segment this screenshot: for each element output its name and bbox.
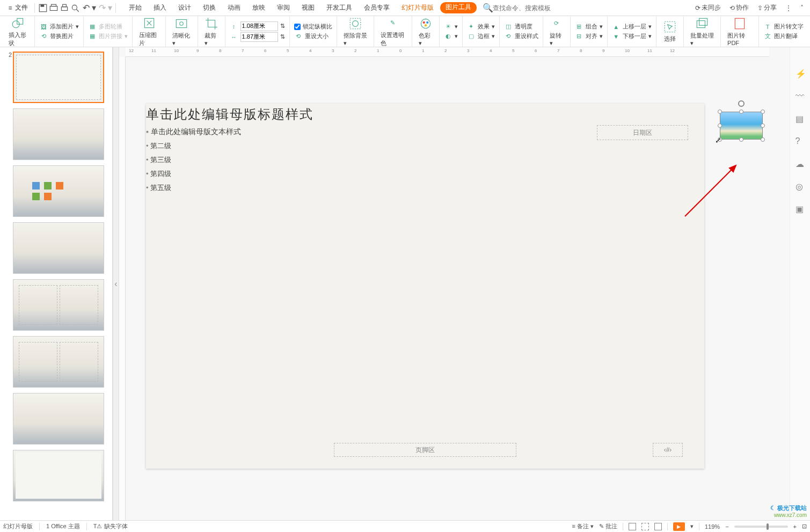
bookmark-icon[interactable]: ▣ [796,204,805,214]
sharpen-button[interactable]: 清晰化 ▾ [169,16,194,48]
collapse-ribbon[interactable]: ˄ [798,3,806,13]
thumb-8[interactable] [4,450,108,501]
fit-to-window-button[interactable]: ⊡ [802,523,807,530]
resize-handle-tr[interactable] [761,110,765,114]
rotation-handle[interactable] [738,100,745,107]
set-transparent-color-button[interactable]: ✎设置透明色 [377,15,408,48]
tab-developer[interactable]: 开发工具 [321,2,357,13]
sorter-view-icon[interactable] [641,523,649,530]
footer-placeholder[interactable]: 页脚区 [334,443,516,457]
picture-to-text-button[interactable]: T图片转文字 [762,22,805,32]
reading-view-icon[interactable] [654,523,662,530]
rocket-icon[interactable]: ⚡ [796,69,805,78]
status-missing-font[interactable]: T⚠ 缺失字体 [93,522,128,530]
batch-process-button[interactable]: 批量处理 ▾ [687,16,717,48]
brightness-button[interactable]: ☀▾ [443,22,459,32]
tab-picture-tools[interactable]: 图片工具 [440,2,477,13]
spinner-icon[interactable]: ⇅ [280,33,285,40]
tab-slide-master[interactable]: 幻灯片母版 [396,2,439,13]
sync-status[interactable]: ⟳未同步 [693,2,723,13]
print-preview-icon[interactable] [49,3,59,13]
tab-design[interactable]: 设计 [173,2,196,13]
thumb-2[interactable] [4,108,108,160]
contrast-button[interactable]: ◐▾ [443,32,459,41]
slideshow-play-button[interactable]: ▶ [673,522,685,531]
resize-handle-mr[interactable] [761,123,765,128]
slide-thumbnails-panel[interactable]: 2 [0,47,113,520]
tab-start[interactable]: 开始 [123,2,147,13]
slide-editing-area[interactable]: 1211109876543210123456789101112 单击此处编辑母版… [119,47,790,520]
search-input[interactable] [493,4,573,12]
zoom-out-button[interactable]: − [725,523,728,530]
cloud-icon[interactable]: ☁ [796,159,805,169]
undo-dropdown-icon[interactable]: ▾ [92,3,96,13]
inserted-picture-selected[interactable]: ⤢ [720,112,763,140]
file-menu[interactable]: ≡文件 [2,2,31,14]
comments-button[interactable]: ✎ 批注 [599,522,617,530]
compress-image-button[interactable]: 压缩图片 [136,15,162,48]
tab-transition[interactable]: 切换 [198,2,221,13]
notes-button[interactable]: ≡ 备注 ▾ [572,522,594,530]
reset-size-button[interactable]: ⟲重设大小 [293,31,333,41]
thumb-6[interactable] [4,336,108,388]
lock-checkbox[interactable] [294,24,301,30]
tab-view[interactable]: 视图 [296,2,320,13]
undo-icon[interactable]: ↶ [81,3,91,13]
thumb-3[interactable] [4,165,108,217]
slide-master-canvas[interactable]: 单击此处编辑母版标题样式 日期区 单击此处编辑母版文本样式 第二级 第三级 第四… [146,104,704,469]
command-search[interactable]: 🔍 [483,3,692,13]
tab-animation[interactable]: 动画 [222,2,246,13]
find-icon[interactable] [70,3,80,13]
status-theme[interactable]: 1 Office 主题 [46,522,80,530]
resize-handle-tl[interactable] [718,110,722,114]
normal-view-icon[interactable] [629,523,636,530]
slide-number-placeholder[interactable]: ‹#› [653,443,683,457]
status-master-view[interactable]: 幻灯片母版 [3,522,33,530]
thumb-7[interactable] [4,393,108,444]
group-button[interactable]: ⊞组合▾ [574,22,604,32]
add-image-button[interactable]: 🖼添加图片▾ [38,22,80,32]
panel-collapse-button[interactable]: ‹ [113,47,119,520]
play-dropdown-icon[interactable]: ▾ [690,523,694,530]
reset-style-button[interactable]: ⟲重设样式 [503,32,539,41]
settings-icon[interactable]: 〰 [796,91,805,101]
height-input[interactable] [240,21,278,31]
resize-handle-ml[interactable] [718,123,722,128]
thumb-4[interactable] [4,222,108,274]
resize-handle-br[interactable] [761,137,765,142]
collaborate-button[interactable]: ⟲协作 [727,2,751,13]
tab-review[interactable]: 审阅 [272,2,295,13]
remove-background-button[interactable]: 抠除背景 ▾ [340,16,370,48]
save-icon[interactable] [38,3,48,13]
replace-image-button[interactable]: ⟲替换图片 [38,32,80,41]
effects-button[interactable]: ✦效果▾ [466,22,496,32]
thumb-5[interactable] [4,279,108,331]
target-icon[interactable]: ◎ [796,181,805,191]
color-button[interactable]: 色彩 ▾ [415,16,436,48]
lock-aspect-checkbox[interactable]: 锁定纵横比 [293,22,333,31]
zoom-in-button[interactable]: + [793,523,797,530]
redo-dropdown-icon[interactable]: ▾ [108,3,112,13]
picture-to-pdf-button[interactable]: 图片转PDF [724,16,755,47]
insert-shape-button[interactable]: 插入形状 [5,15,31,48]
selection-pane-button[interactable]: 选择 [660,19,680,44]
tab-member[interactable]: 会员专享 [359,2,395,13]
tab-insert[interactable]: 插入 [148,2,172,13]
transparency-button[interactable]: ◫透明度 [503,22,539,32]
width-input[interactable] [240,32,278,42]
zoom-percentage[interactable]: 119% [705,523,720,530]
tab-slideshow[interactable]: 放映 [247,2,271,13]
rotate-button[interactable]: ⟳旋转 ▾ [546,16,567,48]
clipboard-icon[interactable]: ▤ [796,114,805,123]
redo-icon[interactable]: ↷ [97,3,107,13]
zoom-slider[interactable] [734,526,788,528]
share-button[interactable]: ⇪分享 [755,2,779,13]
align-button[interactable]: ⊟对齐▾ [574,32,604,41]
spinner-icon[interactable]: ⇅ [280,23,285,30]
crop-button[interactable]: 裁剪 ▾ [201,16,222,48]
resize-handle-tm[interactable] [739,110,743,114]
overflow-menu[interactable]: ⋮ [783,3,794,13]
bring-forward-button[interactable]: ▲上移一层▾ [611,22,653,32]
picture-translate-button[interactable]: 文图片翻译 [762,32,805,41]
title-placeholder[interactable]: 单击此处编辑母版标题样式 [146,104,704,125]
